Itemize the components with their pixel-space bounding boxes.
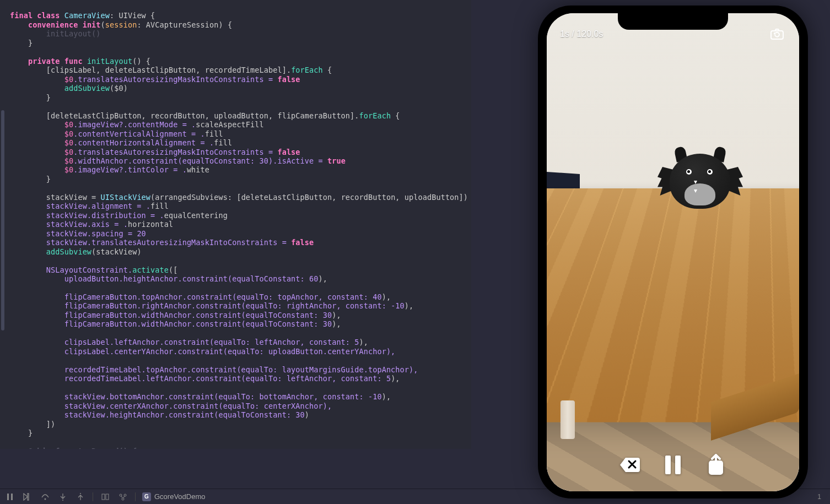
svg-rect-1 [11,494,13,500]
svg-rect-12 [675,456,681,474]
code-editor[interactable]: final class CameraView: UIView { conveni… [0,0,471,449]
svg-rect-5 [102,494,105,500]
plush-toy [660,148,740,212]
step-out-icon[interactable] [75,491,86,502]
svg-point-2 [45,498,46,500]
flip-camera-button[interactable] [768,25,786,43]
memory-graph-icon[interactable] [117,491,128,502]
project-name[interactable]: G GcoreVodDemo [142,492,206,501]
continue-icon[interactable] [22,491,33,502]
simulator-iphone: 1s / 120.0s [538,6,813,501]
phone-notch [618,13,728,30]
svg-point-4 [80,493,81,494]
project-label: GcoreVodDemo [154,492,206,501]
phone-screen[interactable]: 1s / 120.0s [547,13,799,491]
record-pause-button[interactable] [661,453,685,477]
delete-last-clip-button[interactable] [618,453,642,477]
step-into-icon[interactable] [57,491,68,502]
phone-frame: 1s / 120.0s [538,6,808,498]
recorded-time-label: 1s / 120.0s [560,29,603,39]
debug-view-icon[interactable] [100,491,111,502]
svg-rect-11 [665,456,671,474]
svg-point-9 [122,498,124,500]
step-over-icon[interactable] [40,491,51,502]
code-content: final class CameraView: UIView { conveni… [0,0,471,449]
line-indicator: 1 [817,493,826,501]
svg-rect-14 [713,460,719,465]
divider [135,492,136,501]
svg-rect-0 [7,494,9,500]
divider [93,492,93,501]
camera-hud-bottom [547,453,799,477]
svg-rect-6 [106,494,109,500]
camera-preview [547,13,799,491]
scrollbar-vertical[interactable] [1,110,4,330]
svg-point-3 [62,500,63,501]
pause-debug-icon[interactable] [4,491,15,502]
app-icon: G [142,492,151,501]
upload-button[interactable] [704,453,728,477]
